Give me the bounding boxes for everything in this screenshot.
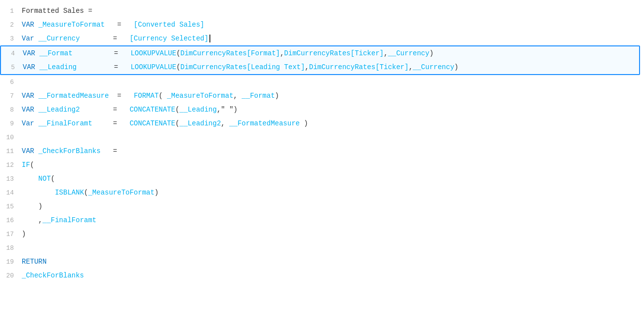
code-line-20: 20 _CheckForBlanks [0,269,644,282]
code-line-13: 13 NOT( [0,172,644,186]
code-line-7: 7 VAR __FormatedMeasure = FORMAT( _Measu… [0,89,644,103]
code-line-14: 14 ISBLANK(_MeasureToFormat) [0,186,644,199]
line-content-11: VAR _CheckForBlanks = [18,144,644,158]
line-number-14: 14 [0,186,18,199]
line-content-9: Var __FinalForamt = CONCATENATE(__Leadin… [18,117,644,130]
line-number-12: 12 [0,158,18,172]
line-content-8: VAR __Leading2 = CONCATENATE(__Leading,"… [18,103,644,117]
line-number-7: 7 [0,89,18,103]
code-line-12: 12 IF( [0,158,644,172]
code-line-17: 17 ) [0,227,644,241]
code-line-8: 8 VAR __Leading2 = CONCATENATE(__Leading… [0,103,644,117]
line-number-20: 20 [0,269,18,282]
line-content-10 [18,130,644,144]
line-content-1: Formatted Sales = [18,4,644,18]
line-number-17: 17 [0,227,18,241]
line-content-15: ) [18,199,644,213]
line-content-4: VAR __Format = LOOKUPVALUE(DimCurrencyRa… [19,46,639,60]
line-content-12: IF( [18,158,644,172]
code-line-11: 11 VAR _CheckForBlanks = [0,144,644,158]
line-number-19: 19 [0,255,18,269]
line-content-18 [18,241,644,255]
line-content-5: VAR __Leading = LOOKUPVALUE(DimCurrencyR… [19,60,639,74]
line-content-2: VAR _MeasureToFormat = [Converted Sales] [18,18,644,32]
line-number-3: 3 [0,32,18,45]
line-number-5: 5 [1,60,19,74]
code-line-2: 2 VAR _MeasureToFormat = [Converted Sale… [0,18,644,32]
code-line-3: 3 Var __Currency = [Currency Selected] [0,32,644,45]
code-line-15: 15 ) [0,199,644,213]
line-content-7: VAR __FormatedMeasure = FORMAT( _Measure… [18,89,644,103]
code-line-4: 4 VAR __Format = LOOKUPVALUE(DimCurrency… [1,46,639,60]
line-content-16: ,__FinalForamt [18,213,644,227]
line-number-1: 1 [0,4,18,18]
line-content-19: RETURN [18,255,644,269]
code-line-10: 10 [0,130,644,144]
line-number-6: 6 [0,75,18,89]
line-content-14: ISBLANK(_MeasureToFormat) [18,186,644,199]
line-number-8: 8 [0,103,18,117]
code-line-1: 1 Formatted Sales = [0,4,644,18]
code-line-18: 18 [0,241,644,255]
code-line-16: 16 ,__FinalForamt [0,213,644,227]
line-number-2: 2 [0,18,18,32]
line-content-17: ) [18,227,644,241]
code-editor[interactable]: 1 Formatted Sales = 2 VAR _MeasureToForm… [0,0,644,314]
line-content-13: NOT( [18,172,644,186]
code-line-19: 19 RETURN [0,255,644,269]
line-number-15: 15 [0,199,18,213]
line-content-20: _CheckForBlanks [18,269,644,282]
line-number-13: 13 [0,172,18,186]
line-number-10: 10 [0,130,18,144]
line-number-9: 9 [0,117,18,130]
line-number-16: 16 [0,213,18,227]
code-line-6: 6 [0,75,644,89]
line-number-18: 18 [0,241,18,255]
code-line-5: 5 VAR __Leading = LOOKUPVALUE(DimCurrenc… [1,60,639,74]
highlighted-block: 4 VAR __Format = LOOKUPVALUE(DimCurrency… [0,45,640,75]
line-content-6 [18,75,644,89]
line-number-4: 4 [1,46,19,60]
line-number-11: 11 [0,144,18,158]
line-content-3: Var __Currency = [Currency Selected] [18,32,644,45]
code-line-9: 9 Var __FinalForamt = CONCATENATE(__Lead… [0,117,644,130]
